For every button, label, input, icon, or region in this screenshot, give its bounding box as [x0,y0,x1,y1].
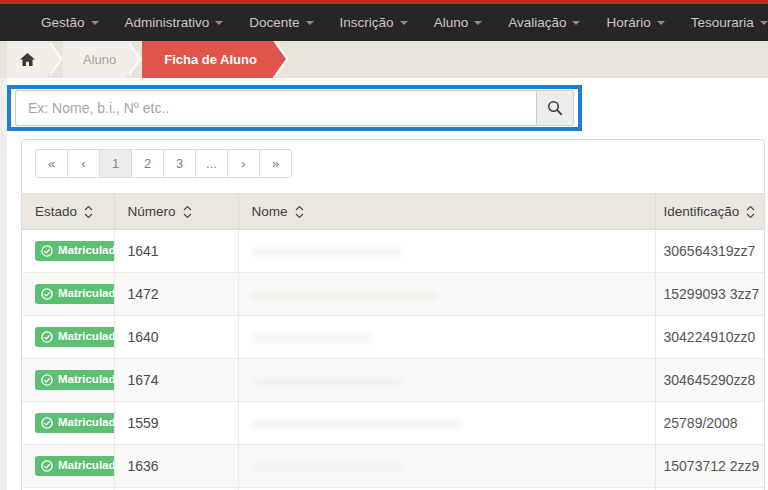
chevron-down-icon [215,21,223,25]
student-id: 25789/2008 [664,415,738,431]
chevron-down-icon [474,21,482,25]
status-badge: Matriculado [35,370,114,390]
chevron-down-icon [572,21,580,25]
nav-item-label: Tesouraria [691,15,754,30]
breadcrumb-label: Aluno [83,52,116,67]
student-number: 1636 [128,458,159,474]
check-circle-icon [41,417,53,429]
home-icon [20,53,35,67]
column-header-identificacao[interactable]: Identificação [655,194,764,230]
table-body: Matriculado 1641 306564319zz7 Matriculad… [22,230,764,490]
table-row[interactable]: Matriculado 1640 304224910zz0 [22,316,764,359]
nav-item[interactable]: Horário [593,4,677,41]
page-button[interactable]: ... [195,149,228,178]
nav-item[interactable]: Gestão [28,4,112,41]
check-circle-icon [41,374,53,386]
page-left-gutter [0,78,7,490]
breadcrumb-item-aluno[interactable]: Aluno [63,41,126,78]
page-button[interactable]: 3 [163,149,196,178]
nav-item[interactable]: Tesouraria [678,4,768,41]
student-id: 15299093 3zz7 [664,286,760,302]
nav-item[interactable]: Docente [236,4,326,41]
nav-item-label: Aluno [434,15,469,30]
chevron-down-icon [657,21,665,25]
nav-item-label: Inscrição [340,15,394,30]
table-row[interactable]: Matriculado 1636 15073712 2zz9 [22,445,764,488]
nav-item[interactable]: Inscrição [327,4,421,41]
status-label: Matriculado [58,331,114,343]
results-panel: « ‹ 1 2 3 ... › » Estado [21,139,765,490]
table-header-row: Estado Número Nome [22,194,764,230]
sort-icon [84,205,93,219]
nav-item-label: Avaliação [508,15,566,30]
breadcrumb-active-label: Ficha de Aluno [164,52,257,67]
page-button[interactable]: » [259,149,292,178]
breadcrumb-item-ficha-de-aluno[interactable]: Ficha de Aluno [142,41,273,78]
status-label: Matriculado [58,460,114,472]
nav-item[interactable]: Administrativo [112,4,237,41]
search-input[interactable] [15,90,536,126]
sort-icon [183,205,192,219]
page-button[interactable]: ‹ [67,149,100,178]
student-number: 1640 [128,329,159,345]
status-label: Matriculado [58,288,114,300]
redacted-name [252,463,402,472]
page-button[interactable]: › [227,149,260,178]
redacted-name [252,248,402,257]
nav-item[interactable]: Aluno [421,4,496,41]
status-badge: Matriculado [35,413,114,433]
status-badge: Matriculado [35,327,114,347]
student-number: 1641 [128,243,159,259]
pagination: « ‹ 1 2 3 ... › » [35,149,292,178]
search-input-group [15,90,574,126]
status-badge: Matriculado [35,241,114,261]
check-circle-icon [41,245,53,257]
nav-item-label: Docente [249,15,299,30]
student-id: 306564319zz7 [664,243,756,259]
table-row[interactable]: Matriculado 1674 304645290zz8 [22,359,764,402]
nav-item-label: Administrativo [125,15,210,30]
redacted-name [252,377,402,386]
page-button[interactable]: 1 [99,149,132,178]
sort-icon [746,205,755,219]
chevron-down-icon [306,21,314,25]
student-id: 304224910zz0 [664,329,756,345]
status-badge: Matriculado [35,284,114,304]
table-row[interactable]: Matriculado 1641 306564319zz7 [22,230,764,273]
student-id: 304645290zz8 [664,372,756,388]
column-header-estado[interactable]: Estado [22,194,114,230]
sort-icon [295,205,304,219]
nav-item-label: Gestão [41,15,85,30]
status-label: Matriculado [58,245,114,257]
check-circle-icon [41,460,53,472]
search-icon [547,100,563,116]
table-row[interactable]: Matriculado 1472 15299093 3zz7 [22,273,764,316]
chevron-down-icon [91,21,99,25]
nav-item[interactable]: Avaliação [495,4,593,41]
column-header-numero[interactable]: Número [114,194,238,230]
column-header-nome[interactable]: Nome [238,194,655,230]
redacted-name [252,420,462,429]
student-number: 1559 [128,415,159,431]
redacted-name [252,334,372,343]
page-button[interactable]: « [35,149,68,178]
students-table: Estado Número Nome [22,193,764,490]
breadcrumb: Aluno Ficha de Aluno [0,41,768,78]
status-label: Matriculado [58,374,114,386]
check-circle-icon [41,331,53,343]
top-navbar: Gestão Administrativo Docente Inscrição … [0,0,768,41]
student-number: 1674 [128,372,159,388]
student-number: 1472 [128,286,159,302]
search-button[interactable] [536,90,574,126]
student-id: 15073712 2zz9 [664,458,760,474]
status-badge: Matriculado [35,456,114,476]
redacted-name [252,291,437,300]
breadcrumb-home[interactable] [7,41,47,78]
nav-item-label: Horário [606,15,650,30]
status-label: Matriculado [58,417,114,429]
check-circle-icon [41,288,53,300]
chevron-down-icon [400,21,408,25]
table-row[interactable]: Matriculado 1559 25789/2008 [22,402,764,445]
chevron-down-icon [760,21,768,25]
page-button[interactable]: 2 [131,149,164,178]
